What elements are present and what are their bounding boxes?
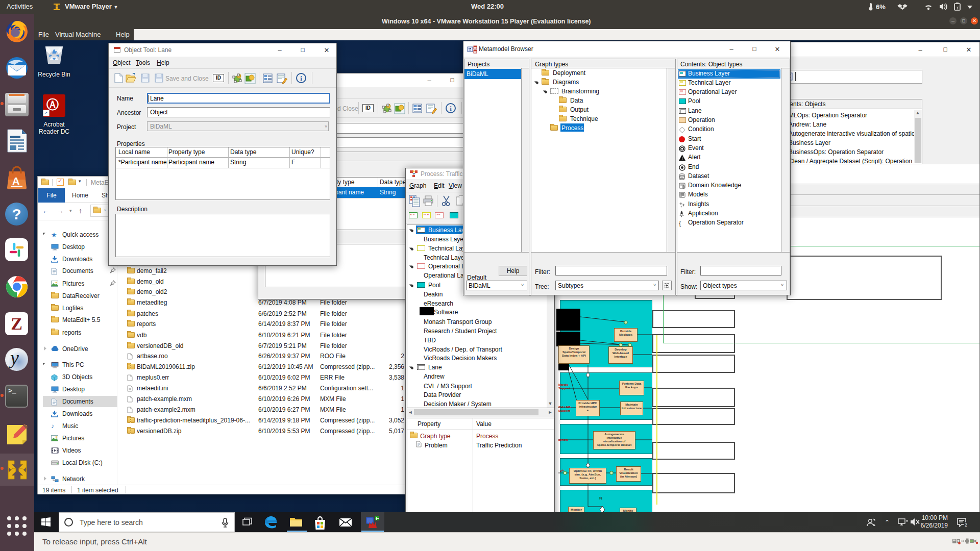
- svg-text:6%: 6%: [876, 3, 886, 11]
- svg-text:2: 2: [965, 522, 967, 528]
- svg-text:N: N: [599, 496, 602, 500]
- svg-text:A: A: [12, 176, 19, 187]
